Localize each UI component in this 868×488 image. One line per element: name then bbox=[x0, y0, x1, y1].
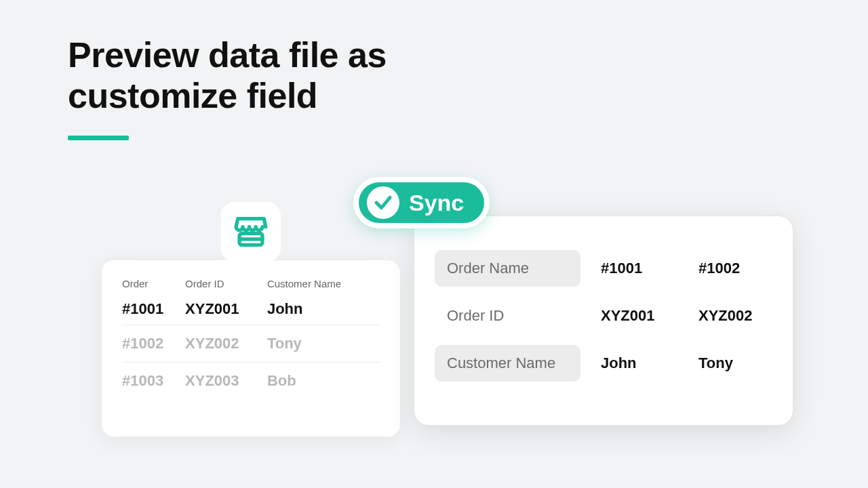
cell-customer: Tony bbox=[267, 325, 380, 363]
mapped-value: #1002 bbox=[698, 260, 766, 277]
mapped-label: Order Name bbox=[435, 250, 580, 287]
table-row: #1003 XYZ003 Bob bbox=[122, 363, 380, 390]
mapped-value: XYZ001 bbox=[601, 307, 669, 325]
col-customer-name: Customer Name bbox=[267, 278, 380, 293]
mapped-values: John Tony bbox=[580, 354, 772, 372]
mapped-label: Order ID bbox=[435, 298, 580, 334]
cell-order-id: XYZ001 bbox=[185, 293, 267, 325]
sync-label: Sync bbox=[409, 190, 464, 216]
cell-order-id: XYZ002 bbox=[185, 325, 267, 363]
sync-button[interactable]: Sync bbox=[353, 177, 490, 228]
mapped-row: Order Name #1001 #1002 bbox=[435, 250, 772, 287]
mapped-values: XYZ001 XYZ002 bbox=[580, 307, 772, 325]
cell-order-id: XYZ003 bbox=[185, 363, 267, 390]
cell-order: #1001 bbox=[122, 293, 185, 325]
mapped-values: #1001 #1002 bbox=[580, 260, 772, 277]
table-header-row: Order Order ID Customer Name bbox=[122, 278, 380, 293]
mapped-value: #1001 bbox=[601, 260, 669, 277]
cell-customer: John bbox=[267, 293, 380, 325]
title-underline bbox=[68, 136, 129, 140]
table-row: #1002 XYZ002 Tony bbox=[122, 325, 380, 363]
mapped-value: XYZ002 bbox=[698, 307, 766, 325]
cell-customer: Bob bbox=[267, 363, 380, 390]
mapped-row: Order ID XYZ001 XYZ002 bbox=[435, 298, 772, 334]
col-order-id: Order ID bbox=[185, 278, 267, 293]
mapped-label: Customer Name bbox=[435, 345, 580, 382]
col-order: Order bbox=[122, 278, 185, 293]
page-title: Preview data file as customize field bbox=[68, 35, 387, 117]
table-row: #1001 XYZ001 John bbox=[122, 293, 380, 325]
cell-order: #1003 bbox=[122, 363, 185, 390]
store-icon bbox=[221, 202, 281, 262]
mapped-fields-card: Sync Order Name #1001 #1002 Order ID XYZ… bbox=[414, 216, 793, 426]
source-data-card: Order Order ID Customer Name #1001 XYZ00… bbox=[102, 260, 400, 436]
mapped-row: Customer Name John Tony bbox=[435, 345, 772, 382]
page-title-line2: customize field bbox=[68, 76, 387, 117]
mapped-value: Tony bbox=[698, 354, 766, 372]
source-table: Order Order ID Customer Name #1001 XYZ00… bbox=[122, 278, 380, 390]
mapped-value: John bbox=[601, 354, 669, 372]
check-icon bbox=[367, 186, 399, 219]
cell-order: #1002 bbox=[122, 325, 185, 363]
page-title-line1: Preview data file as bbox=[68, 35, 387, 76]
